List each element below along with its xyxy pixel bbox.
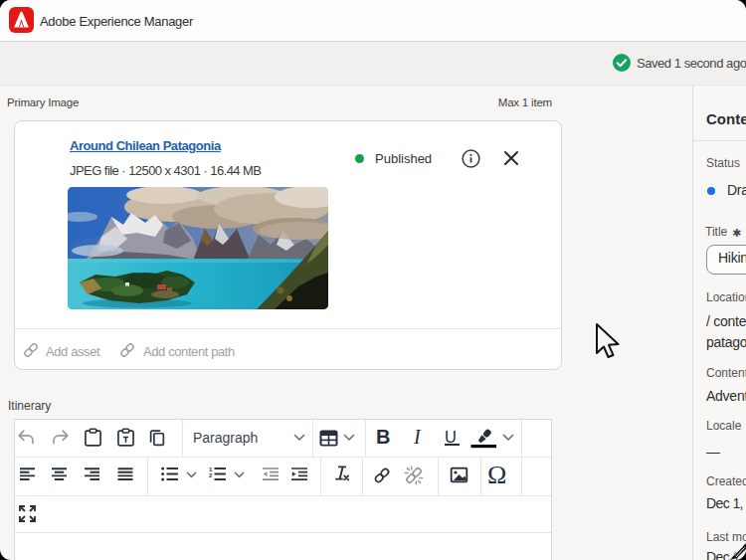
- svg-text:2: 2: [209, 472, 213, 478]
